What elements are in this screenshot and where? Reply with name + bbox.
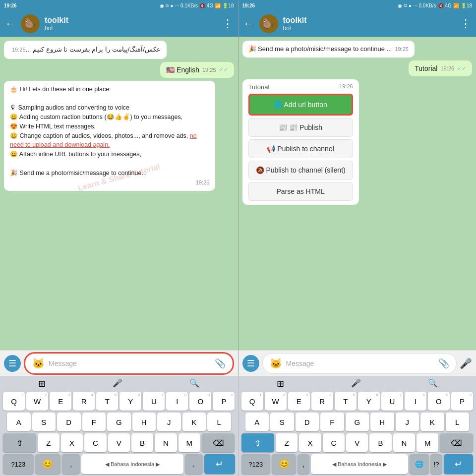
kb-mic-icon-left[interactable]: 🎤 (113, 378, 122, 389)
key-x-left[interactable]: X (61, 433, 83, 452)
key-j-left[interactable]: J (157, 413, 181, 431)
key-comma-right[interactable]: , (298, 454, 309, 474)
key-r-right[interactable]: R4 (311, 392, 333, 411)
key-s-right[interactable]: S (270, 413, 294, 431)
key-k-right[interactable]: K (420, 413, 444, 431)
key-globe-right[interactable]: 🌐 (410, 454, 429, 474)
attach-icon-right[interactable]: 📎 (438, 358, 449, 369)
key-y-right[interactable]: Y6 (358, 392, 380, 411)
key-a-left[interactable]: A (7, 413, 31, 431)
add-url-button[interactable]: 🌐 Add url button (248, 94, 353, 116)
key-g-right[interactable]: G (346, 413, 369, 431)
kb-mic-icon-right[interactable]: 🎤 (351, 378, 361, 389)
key-shift-right[interactable]: ⇧ (241, 433, 275, 452)
msg-user-tutorial: Tutorial 19:26 ✓✓ (409, 60, 472, 76)
avatar-right: 🦫 (259, 14, 278, 33)
menu-button-right[interactable]: ☰ (242, 355, 259, 372)
message-input-left[interactable]: 🐱 Message 📎 (24, 352, 234, 375)
publish-button[interactable]: 📰 📰 Publish (248, 118, 353, 137)
key-e-left[interactable]: E3 (50, 392, 71, 411)
key-u-right[interactable]: U7 (381, 392, 403, 411)
key-c-right[interactable]: C (323, 433, 345, 452)
chat-body-left: Learn & Share Tutorial عکس/آهنگ/پیامت را… (0, 37, 238, 350)
key-z-left[interactable]: Z (38, 433, 60, 452)
key-k-left[interactable]: K (182, 413, 206, 431)
key-d-left[interactable]: D (57, 413, 81, 431)
key-m-left[interactable]: M (178, 433, 200, 452)
mic-icon-right[interactable]: 🎤 (460, 357, 472, 369)
key-period-left[interactable]: . (185, 454, 203, 474)
key-b-right[interactable]: B (369, 433, 391, 452)
key-w-left[interactable]: W2 (26, 392, 48, 411)
key-y-left[interactable]: Y6 (119, 392, 141, 411)
key-o-right[interactable]: O9 (428, 392, 450, 411)
key-s-left[interactable]: S (32, 413, 56, 431)
key-space-left[interactable]: ◀ Bahasa Indonesia ▶ (81, 454, 183, 474)
key-bs-right[interactable]: ⌫ (440, 433, 473, 452)
kb-search-icon-left[interactable]: 🔍 (189, 378, 199, 389)
key-o-left[interactable]: O9 (189, 392, 211, 411)
key-shift-left[interactable]: ⇧ (3, 433, 36, 452)
key-c-left[interactable]: C (84, 433, 106, 452)
key-v-left[interactable]: V (108, 433, 130, 452)
key-u-left[interactable]: U7 (143, 392, 165, 411)
key-w-right[interactable]: W2 (265, 392, 287, 411)
key-p-right[interactable]: P0 (451, 392, 473, 411)
parse-html-button[interactable]: Parse as HTML (248, 182, 353, 201)
key-n-right[interactable]: N (393, 433, 415, 452)
key-b-left[interactable]: B (131, 433, 153, 452)
key-l-left[interactable]: L (207, 413, 231, 431)
key-r-left[interactable]: R4 (73, 392, 95, 411)
attach-icon-left[interactable]: 📎 (215, 358, 226, 369)
kb-grid-icon-right[interactable]: ⊞ (277, 378, 284, 389)
key-comma-left[interactable]: , (62, 454, 80, 474)
key-x-right[interactable]: X (299, 433, 321, 452)
key-a-right[interactable]: A (245, 413, 269, 431)
key-v-right[interactable]: V (346, 433, 368, 452)
key-j-right[interactable]: J (396, 413, 419, 431)
emoji-icon-left[interactable]: 🐱 (32, 357, 45, 369)
key-h-right[interactable]: H (370, 413, 394, 431)
key-f-right[interactable]: F (320, 413, 344, 431)
key-z-right[interactable]: Z (276, 433, 298, 452)
key-i-left[interactable]: I8 (166, 392, 188, 411)
key-q-right[interactable]: Q1 (241, 392, 263, 411)
key-t-right[interactable]: T5 (335, 392, 357, 411)
key-bs-left[interactable]: ⌫ (202, 433, 235, 452)
key-t-left[interactable]: T5 (96, 392, 118, 411)
key-enter-left[interactable]: ↵ (204, 454, 235, 474)
kb-row2-right: A S D F G H J K L (239, 412, 476, 432)
key-emoji-right[interactable]: 😊 (272, 454, 296, 474)
key-m-right[interactable]: M (416, 433, 438, 452)
key-q-left[interactable]: Q1 (3, 392, 25, 411)
key-emoji-left[interactable]: 😊 (35, 454, 60, 474)
status-bar-left: 19:26 ◉ G ● ··· 0.1KB/s 🔇 4G 📶 🔋18 (0, 0, 238, 11)
key-num-right[interactable]: ?123 (241, 454, 271, 474)
back-button-right[interactable]: ← (243, 17, 254, 30)
key-enter-right[interactable]: ↵ (444, 454, 473, 474)
kb-grid-icon-left[interactable]: ⊞ (38, 378, 46, 389)
status-icons-right: ◉ G ● ··· 0.0KB/s 🔇 4G 📶 🔋18 (398, 3, 472, 8)
emoji-icon-right[interactable]: 🐱 (270, 357, 282, 369)
back-button-left[interactable]: ← (5, 17, 16, 30)
key-g-left[interactable]: G (107, 413, 131, 431)
publish-channel-button[interactable]: 📢 Publish to channel (248, 139, 353, 158)
key-n-left[interactable]: N (155, 433, 177, 452)
key-e-right[interactable]: E3 (288, 392, 310, 411)
key-space-right[interactable]: ◀ Bahasa Indonesia ▶ (311, 454, 408, 474)
msg-bot-long: 🎂 Hi! Lets do these all in one place: 🎙 … (4, 81, 215, 191)
key-h-left[interactable]: H (132, 413, 156, 431)
header-menu-right[interactable]: ⋮ (460, 17, 471, 30)
menu-button-left[interactable]: ☰ (4, 355, 21, 372)
key-num-left[interactable]: ?123 (3, 454, 34, 474)
kb-search-icon-right[interactable]: 🔍 (428, 378, 438, 389)
key-excl-right[interactable]: !? (430, 454, 442, 474)
key-f-left[interactable]: F (82, 413, 106, 431)
header-menu-left[interactable]: ⋮ (222, 17, 233, 30)
key-p-left[interactable]: P0 (213, 392, 235, 411)
message-input-right[interactable]: 🐱 Message 📎 (262, 353, 457, 374)
key-d-right[interactable]: D (296, 413, 319, 431)
publish-channel-silent-button[interactable]: 🔕 Publish to channel (silent) (248, 161, 353, 179)
key-i-right[interactable]: I8 (405, 392, 426, 411)
key-l-right[interactable]: L (446, 413, 470, 431)
